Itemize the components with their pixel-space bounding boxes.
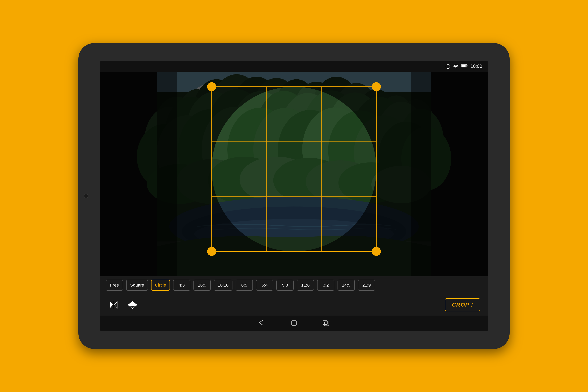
svg-rect-79 [323,321,327,324]
image-area[interactable] [100,72,488,276]
tablet-device: ◯ 10:00 [78,43,510,349]
ratio-btn-circle[interactable]: Circle [151,280,170,291]
back-nav-icon[interactable] [258,319,266,328]
ratio-btn-square[interactable]: Square [126,280,148,291]
bottom-toolbar: Free Square Circle 4:3 16:9 16:10 6:5 5:… [100,276,488,316]
status-bar: ◯ 10:00 [100,61,488,72]
actions-bar: CROP ! [100,294,488,316]
svg-rect-3 [467,65,468,66]
status-time: 10:00 [470,64,482,69]
ratio-btn-5-4[interactable]: 5:4 [256,280,273,291]
ratio-btn-11-8[interactable]: 11:8 [297,280,314,291]
svg-rect-77 [128,304,137,305]
ratio-btn-14-9[interactable]: 14:9 [338,280,355,291]
battery-icon [462,64,468,69]
ratio-btn-5-3[interactable]: 5:3 [276,280,294,291]
svg-rect-62 [411,72,431,276]
flip-horizontal-button[interactable] [108,298,120,311]
svg-rect-78 [292,321,296,325]
alarm-icon: ◯ [446,64,450,69]
svg-rect-2 [462,65,466,67]
recents-nav-icon[interactable] [322,319,330,328]
tablet-camera [84,194,88,198]
home-nav-icon[interactable] [290,319,298,328]
nav-bar [100,316,488,331]
svg-rect-76 [114,301,114,309]
svg-rect-61 [157,72,177,276]
flip-vertical-button[interactable] [126,298,139,311]
ratio-btn-16-10[interactable]: 16:10 [214,280,232,291]
tablet-screen: ◯ 10:00 [100,61,488,331]
svg-rect-80 [324,322,329,326]
svg-point-0 [456,67,456,68]
crop-button[interactable]: CROP ! [445,298,480,311]
ratio-btn-free[interactable]: Free [106,280,123,291]
ratio-btn-6-5[interactable]: 6:5 [236,280,253,291]
ratio-btn-3-2[interactable]: 3:2 [317,280,334,291]
ratio-btn-4-3[interactable]: 4:3 [173,280,190,291]
forest-image [100,72,488,276]
wifi-icon [453,64,459,69]
ratio-btn-21-9[interactable]: 21:9 [358,280,375,291]
ratio-bar: Free Square Circle 4:3 16:9 16:10 6:5 5:… [100,276,488,294]
ratio-btn-16-9[interactable]: 16:9 [194,280,211,291]
action-icons-group [108,298,139,311]
